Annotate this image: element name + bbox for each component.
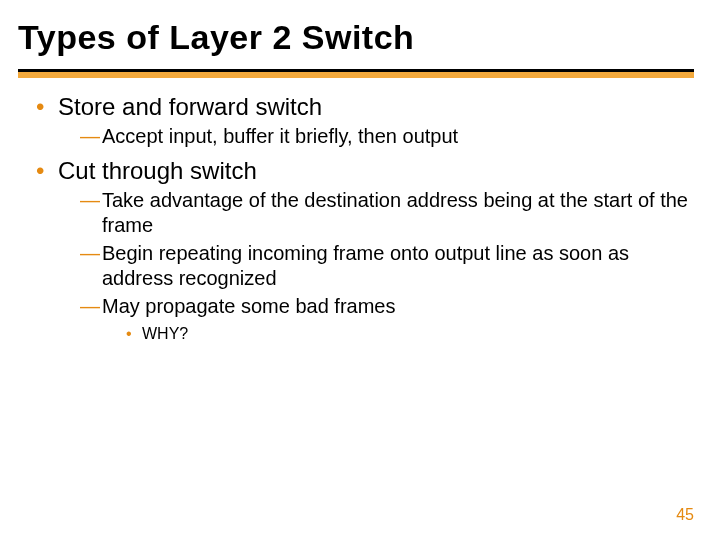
slide: Types of Layer 2 Switch Store and forwar… <box>0 0 720 540</box>
rule-orange <box>18 72 694 78</box>
sub-text: May propagate some bad frames <box>102 295 396 317</box>
sub-text: Begin repeating incoming frame onto outp… <box>102 242 629 290</box>
bullet-item: Cut through switch Take advantage of the… <box>36 156 694 345</box>
bullet-text: Store and forward switch <box>58 93 322 120</box>
bullet-list: Store and forward switch Accept input, b… <box>18 92 694 344</box>
sub-list: Accept input, buffer it briefly, then ou… <box>58 124 694 150</box>
sub-text: Take advantage of the destination addres… <box>102 189 688 237</box>
bullet-item: Store and forward switch Accept input, b… <box>36 92 694 150</box>
subsub-item: WHY? <box>126 324 694 345</box>
sub-item: Accept input, buffer it briefly, then ou… <box>80 124 694 150</box>
sub-item: Begin repeating incoming frame onto outp… <box>80 241 694 292</box>
bullet-text: Cut through switch <box>58 157 257 184</box>
sub-text: Accept input, buffer it briefly, then ou… <box>102 125 458 147</box>
page-number: 45 <box>676 506 694 524</box>
sub-list: Take advantage of the destination addres… <box>58 188 694 345</box>
title-underline <box>18 69 694 78</box>
sub-item: Take advantage of the destination addres… <box>80 188 694 239</box>
subsub-list: WHY? <box>102 324 694 345</box>
sub-item: May propagate some bad frames WHY? <box>80 294 694 344</box>
subsub-text: WHY? <box>142 325 188 342</box>
slide-title: Types of Layer 2 Switch <box>18 18 694 63</box>
